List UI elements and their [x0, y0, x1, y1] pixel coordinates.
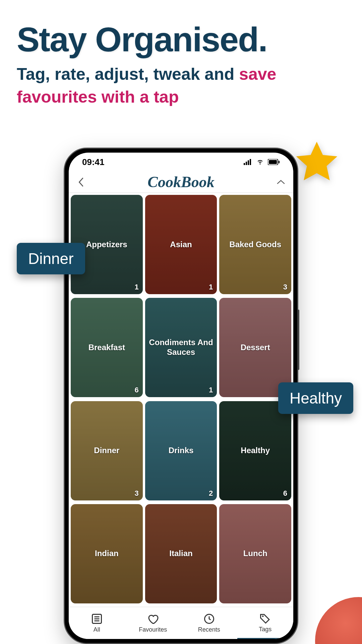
- clock-icon: [203, 613, 215, 625]
- tab-label: Tags: [259, 626, 272, 633]
- tag-tile-healthy[interactable]: Healthy 6: [219, 401, 291, 500]
- signal-icon: [244, 157, 252, 167]
- tab-label: Recents: [198, 626, 220, 633]
- tile-label: Dinner: [91, 446, 122, 455]
- battery-icon: [268, 157, 280, 167]
- status-bar: 09:41: [69, 153, 293, 171]
- tile-count: 3: [134, 489, 138, 498]
- tab-label: Favourites: [139, 626, 167, 633]
- bottom-tabbar: All Favourites Recents Tags: [69, 607, 293, 639]
- app-header: CookBook: [69, 171, 293, 193]
- heart-icon: [147, 613, 159, 625]
- tag-tile-italian[interactable]: Italian: [145, 504, 217, 603]
- tile-label: Dessert: [238, 343, 273, 353]
- tile-label: Breakfast: [86, 343, 128, 353]
- hero-subtitle: Tag, rate, adjust, tweak and save favour…: [17, 63, 345, 108]
- tile-count: 1: [209, 283, 213, 291]
- phone-side-button: [297, 310, 299, 370]
- svg-rect-6: [279, 161, 280, 163]
- tab-favourites[interactable]: Favourites: [125, 607, 181, 639]
- status-time: 09:41: [82, 157, 105, 167]
- tag-tile-asian[interactable]: Asian 1: [145, 195, 217, 294]
- tag-tile-condiments[interactable]: Condiments And Sauces 1: [145, 298, 217, 397]
- svg-point-12: [262, 615, 264, 617]
- tag-icon: [259, 612, 271, 625]
- svg-rect-0: [244, 163, 245, 165]
- tile-count: 1: [134, 283, 138, 291]
- tab-tags[interactable]: Tags: [237, 607, 294, 639]
- tab-all[interactable]: All: [69, 607, 125, 639]
- collapse-button[interactable]: [276, 177, 286, 187]
- floating-tag-dinner: Dinner: [17, 243, 85, 274]
- svg-rect-3: [250, 159, 251, 165]
- tile-label: Drinks: [166, 446, 196, 455]
- hero-title: Stay Organised.: [17, 20, 267, 59]
- back-button[interactable]: [76, 177, 86, 187]
- tab-label: All: [94, 626, 100, 633]
- tile-count: 3: [283, 283, 287, 291]
- status-right: [244, 157, 280, 167]
- list-icon: [91, 613, 103, 625]
- svg-rect-1: [246, 162, 247, 165]
- tile-label: Appetizers: [83, 240, 130, 250]
- tag-tile-baked-goods[interactable]: Baked Goods 3: [219, 195, 291, 294]
- tag-grid[interactable]: Appetizers 1 Asian 1 Baked Goods 3 Break…: [69, 193, 293, 607]
- tile-count: 1: [209, 386, 213, 394]
- tag-tile-breakfast[interactable]: Breakfast 6: [71, 298, 143, 397]
- tile-count: 6: [134, 386, 138, 394]
- phone-frame: 09:41 CookBook: [64, 148, 298, 644]
- floating-tag-healthy: Healthy: [278, 382, 353, 414]
- tab-recents[interactable]: Recents: [181, 607, 237, 639]
- tag-tile-drinks[interactable]: Drinks 2: [145, 401, 217, 500]
- wifi-icon: [256, 157, 264, 167]
- app-logo: CookBook: [147, 173, 214, 191]
- phone-screen: 09:41 CookBook: [69, 153, 293, 639]
- tag-tile-indian[interactable]: Indian: [71, 504, 143, 603]
- tag-tile-lunch[interactable]: Lunch: [219, 504, 291, 603]
- tile-label: Indian: [92, 549, 121, 558]
- tile-count: 2: [209, 489, 213, 498]
- tile-label: Asian: [167, 240, 194, 250]
- svg-rect-2: [248, 160, 249, 165]
- tile-label: Condiments And Sauces: [145, 338, 217, 357]
- hero-sub-plain: Tag, rate, adjust, tweak and: [17, 65, 239, 84]
- tile-label: Baked Goods: [227, 240, 284, 250]
- tile-label: Italian: [167, 549, 195, 558]
- tile-label: Lunch: [241, 549, 270, 558]
- star-icon: [292, 138, 342, 188]
- tile-label: Healthy: [238, 446, 273, 455]
- tag-tile-dinner[interactable]: Dinner 3: [71, 401, 143, 500]
- svg-rect-5: [269, 160, 277, 164]
- tile-count: 6: [283, 489, 287, 498]
- decorative-circle: [315, 597, 362, 644]
